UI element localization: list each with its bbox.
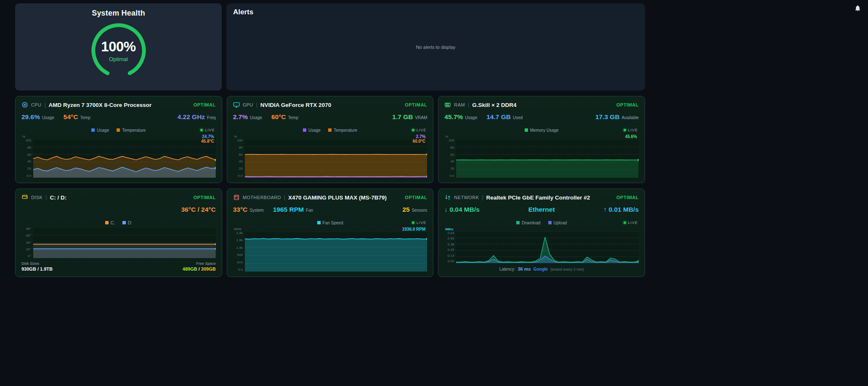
y-axis-tick: 474: [237, 261, 242, 264]
device-name: AMD Ryzen 7 3700X 8-Core Processor: [49, 102, 152, 108]
cpu-panel: CPU | AMD Ryzen 7 3700X 8-Core Processor…: [15, 96, 222, 183]
stat-label: Temp: [288, 115, 298, 120]
legend-item: D:: [122, 221, 132, 225]
gpu-monitor-icon: [233, 101, 240, 108]
stat: 36°C / 24°C: [181, 206, 215, 213]
legend-item: C:: [105, 221, 115, 225]
live-dot-icon: [412, 221, 414, 224]
stat: ↓ 0.04 MB/s: [444, 206, 480, 213]
stat-label: Fan: [306, 208, 313, 213]
status-badge: OPTIMAL: [405, 102, 427, 107]
chart-current-value: 60.0°C: [413, 139, 426, 144]
legend-item: Fan Speed: [317, 221, 343, 225]
stat-label: System: [250, 208, 263, 213]
legend-label: D:: [128, 221, 132, 225]
stat-value: 29.6%: [21, 113, 40, 121]
health-status: Optimal: [109, 56, 128, 62]
legend-item: Usage: [303, 128, 321, 133]
gpu-usage-temp-chart: [245, 139, 427, 178]
separator: |: [482, 194, 483, 200]
chart-current-value: 24.7%: [201, 134, 214, 139]
y-axis-tick: 0.0: [449, 174, 454, 178]
legend-item: Temperature: [328, 128, 357, 133]
health-percent: 100%: [101, 39, 135, 55]
stat-value: 45.7%: [444, 113, 463, 121]
stat: ↑ 0.01 MB/s: [603, 206, 639, 213]
disk-sizes-value: 930GB / 1.9TB: [21, 266, 53, 272]
system-health-title: System Health: [92, 9, 145, 18]
live-dot-icon: [624, 221, 626, 224]
y-axis: 100806040200.0: [233, 139, 243, 178]
stat: 1.7 GBVRAM: [392, 113, 427, 121]
y-axis-unit: RPM: [234, 227, 427, 232]
legend-label: Usage: [308, 128, 321, 133]
live-label: LIVE: [417, 128, 427, 132]
y-axis: 0.630.500.380.250.130.00: [444, 232, 454, 263]
free-space-label: Free Space: [183, 261, 216, 266]
y-axis-tick: 2.4k: [236, 232, 243, 235]
ram-chart-area: % 100806040200.0 45.6%: [444, 135, 639, 178]
stat-label: Available: [622, 115, 639, 120]
legend-item: Usage: [91, 128, 109, 133]
stat: 25Sensors: [402, 206, 427, 213]
live-dot-icon: [412, 129, 414, 131]
stat-value: 1.7 GB: [392, 113, 413, 121]
live-label: LIVE: [628, 221, 638, 225]
stat: 17.3 GBAvailable: [595, 113, 639, 121]
stat-label: VRAM: [415, 115, 427, 120]
chart-current-values: 24.7%45.8°C: [201, 134, 214, 144]
y-axis-tick: 1.4k: [236, 246, 243, 250]
legend-swatch-icon: [122, 221, 126, 224]
y-axis-tick: 40: [27, 160, 31, 163]
stat-value: 17.3 GB: [595, 113, 620, 121]
live-indicator: LIVE: [200, 128, 215, 132]
y-axis-tick: 0.0: [27, 174, 31, 178]
network-throughput-chart: [456, 232, 639, 263]
legend-swatch-icon: [105, 221, 109, 224]
chart-legend: DownloadUpload: [516, 221, 567, 225]
stat-value: 54°C: [64, 113, 78, 121]
stat-value: ↑ 0.01 MB/s: [603, 206, 639, 213]
status-badge: OPTIMAL: [194, 102, 216, 107]
separator: |: [468, 102, 469, 108]
y-axis-tick: 0.63: [448, 232, 454, 235]
stat-value: 25: [402, 206, 409, 213]
hard-drive-icon: [21, 194, 28, 201]
legend-label: Upload: [554, 221, 567, 225]
legend-item: Upload: [548, 221, 567, 225]
chart-legend: C:D:: [105, 221, 132, 225]
cpu-chip-icon: [21, 101, 28, 108]
motherboard-icon: [233, 194, 240, 201]
latency-note: (tested every 2 min): [550, 267, 584, 272]
panel-type-label: NETWORK: [454, 195, 479, 200]
live-dot-icon: [200, 129, 203, 131]
stats-row: 2.7%Usage60°CTemp1.7 GBVRAM: [233, 113, 427, 121]
cpu-chart-area: % 100806040200.0 24.7%45.8°C: [21, 135, 216, 178]
dashboard: System Health 100% Optimal Alerts No ale…: [15, 3, 645, 277]
panel-type-label: RAM: [454, 102, 465, 107]
stat-label: Usage: [465, 115, 477, 120]
free-space-c: 489GB: [183, 266, 197, 272]
live-dot-icon: [624, 129, 626, 131]
stat: 60°CTemp: [271, 113, 298, 121]
chart-legend: UsageTemperature: [91, 128, 146, 133]
stat-value: 60°C: [271, 113, 286, 121]
notifications-bell-icon[interactable]: [854, 5, 861, 12]
panel-type-label: MOTHERBOARD: [243, 195, 281, 200]
separator: |: [44, 102, 45, 108]
disk-sizes: Disk Sizes 930GB / 1.9TB: [21, 261, 53, 272]
legend-item: Download: [516, 221, 540, 225]
y-axis-tick: 20: [239, 167, 243, 170]
gpu-panel: GPU | NVIDIA GeForce RTX 2070 OPTIMAL 2.…: [227, 96, 434, 183]
legend-swatch-icon: [317, 221, 321, 224]
live-indicator: LIVE: [624, 128, 638, 132]
latency-provider-link[interactable]: Google: [534, 267, 548, 272]
y-axis-tick: 80: [27, 146, 31, 149]
device-name: G.Skill × 2 DDR4: [472, 102, 516, 108]
y-axis-unit: %: [445, 135, 639, 139]
y-axis-tick: 20: [450, 167, 454, 170]
y-axis-tick: 0.0: [238, 174, 243, 178]
status-badge: OPTIMAL: [616, 195, 639, 200]
y-axis-tick: 60°: [26, 234, 31, 237]
ram-usage-chart: [456, 139, 639, 178]
